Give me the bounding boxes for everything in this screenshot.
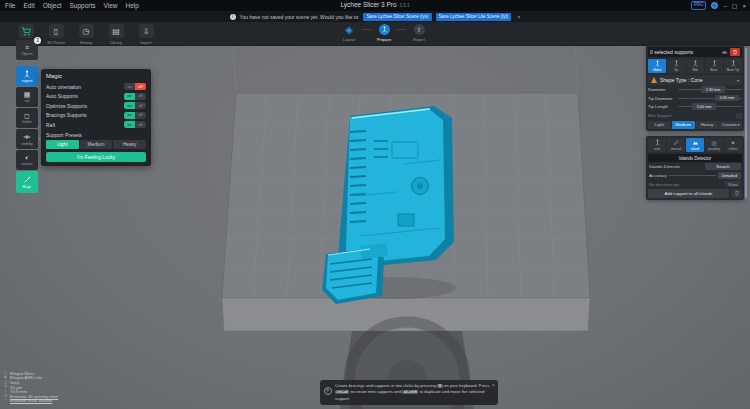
chevron-down-icon: ▾ — [738, 123, 740, 127]
save-lys-button[interactable]: Save Lychee Slicer Scene (lys) — [363, 13, 431, 21]
tab-tip[interactable]: Tip — [667, 59, 685, 73]
save-lyt-button[interactable]: Save Lychee Slicer Lite Scene (lyt) — [436, 13, 512, 21]
app-title: Lychee Slicer 3 Pro3.5.3 — [340, 1, 409, 8]
shape-type-dropdown[interactable]: Shape Type : Cone ▾ — [648, 75, 742, 85]
import-button[interactable]: ⇩ Import — [134, 24, 158, 45]
rail-visibility-button[interactable]: visibility ▸ — [16, 129, 38, 149]
show-button[interactable]: Show — [725, 181, 741, 187]
size-custom-button[interactable]: Custom▾ — [719, 121, 742, 130]
rail-raft-button[interactable]: ▦ raft — [16, 87, 38, 107]
preset-heavy-button[interactable]: Heavy — [113, 140, 146, 149]
step-prepare[interactable]: Prepare — [371, 24, 397, 42]
toggle-off[interactable]: off — [135, 102, 146, 109]
toggle-on[interactable]: on — [124, 102, 135, 109]
step-export[interactable]: ⇧ Export — [406, 24, 432, 42]
search-button[interactable]: Search — [705, 163, 741, 170]
tip-diameter-slider[interactable]: 0.60 mm — [678, 98, 742, 99]
trash-icon-button[interactable] — [731, 189, 742, 198]
notification-close-icon[interactable]: × — [517, 14, 520, 20]
size-light-button[interactable]: Light — [648, 121, 671, 130]
toggle-on[interactable]: on — [124, 83, 135, 90]
support-pin-icon — [23, 70, 31, 78]
eye-icon[interactable] — [721, 49, 728, 56]
feeling-lucky-button[interactable]: I'm Feeling Lucky — [46, 152, 146, 162]
printer-button[interactable]: ▯ 3D Printer — [44, 24, 68, 45]
menu-help[interactable]: Help — [126, 2, 139, 9]
tool-auto[interactable]: auto — [648, 138, 666, 152]
rail-exterior-button[interactable]: ◐ exterior — [16, 150, 38, 170]
auto-orientation-toggle[interactable]: on off — [124, 83, 146, 90]
delete-supports-button[interactable] — [730, 48, 740, 56]
maximize-button[interactable]: ▢ — [732, 3, 738, 9]
tab-mid[interactable]: Mid — [686, 59, 704, 73]
step-label: Prepare — [377, 37, 391, 42]
menu-supports[interactable]: Supports — [69, 2, 95, 9]
print-stats: ▯ Elegoo Mars ◈ Elegoo ABS-Like ◻ Grey ≡… — [3, 371, 58, 403]
add-support-all-islands-button[interactable]: Add support to all islands — [648, 189, 729, 198]
magic-row-label: Optimize Supports — [46, 103, 87, 109]
tool-manual[interactable]: manual — [667, 138, 685, 152]
raft-toggle[interactable]: on off — [124, 121, 146, 128]
auto-supports-toggle[interactable]: on off — [124, 93, 146, 100]
close-button[interactable]: × — [742, 3, 746, 9]
toggle-on[interactable]: on — [124, 121, 135, 128]
step-label: Export — [413, 37, 425, 42]
tab-label: Global — [653, 68, 662, 72]
rail-hollow-button[interactable]: ◻ hollow — [16, 108, 38, 128]
toggle-on[interactable]: on — [124, 112, 135, 119]
tip-diameter-value[interactable]: 0.60 mm — [715, 95, 739, 102]
rail-magic-button[interactable]: Magic — [16, 171, 38, 193]
menu-object[interactable]: Object — [43, 2, 62, 9]
library-button[interactable]: ▤ Library — [104, 24, 128, 45]
shape-type-value: Shape Type : Cone — [660, 77, 734, 83]
size-medium-button[interactable]: Medium — [672, 121, 695, 130]
diameter-slider[interactable]: 1.30 mm — [678, 89, 742, 90]
support-mode-tabs: auto manual island ◎ proximity ✦ utiliti… — [648, 138, 742, 152]
tip-length-slider[interactable]: 5.00 mm — [678, 106, 742, 107]
history-button[interactable]: ◷ History — [74, 24, 98, 45]
support-size-segment: Light Medium Heavy Custom▾ — [648, 121, 742, 130]
tool-proximity[interactable]: ◎ proximity — [705, 138, 723, 152]
objects-button[interactable]: ≡ Objects 3 — [16, 40, 38, 60]
preset-medium-button[interactable]: Medium — [80, 140, 113, 149]
left-tool-rail: support ▦ raft ◻ hollow visibility ▸ ◐ e… — [16, 66, 38, 193]
tab-global[interactable]: Global — [648, 59, 666, 73]
optimize-supports-toggle[interactable]: on off — [124, 102, 146, 109]
toggle-off[interactable]: off — [135, 121, 146, 128]
diameter-value[interactable]: 1.30 mm — [701, 86, 725, 93]
preset-light-button[interactable]: Light — [46, 140, 79, 149]
estimate-resin-volume-link[interactable]: Estimate resin volume — [10, 398, 52, 403]
size-heavy-button[interactable]: Heavy — [696, 121, 719, 130]
rail-label: Magic — [23, 185, 32, 189]
minimize-button[interactable]: – — [723, 3, 726, 9]
user-account-icon[interactable] — [711, 2, 718, 9]
cart-icon — [19, 24, 34, 38]
toggle-off[interactable]: off — [135, 83, 146, 90]
tool-label: History — [80, 40, 92, 45]
magic-row-label: Auto orientation — [46, 84, 81, 90]
accuracy-detailed-button[interactable]: Detailed — [718, 172, 741, 179]
magic-panel-title: Magic — [46, 73, 146, 79]
tool-label: Library — [110, 40, 122, 45]
mini-support-toggle[interactable] — [736, 113, 742, 119]
rail-support-button[interactable]: support — [16, 66, 38, 86]
tool-utilities[interactable]: ✦ utilities — [724, 138, 742, 152]
tab-base-tip[interactable]: Base Tip — [724, 59, 742, 73]
bracings-supports-toggle[interactable]: on off — [124, 112, 146, 119]
tab-base[interactable]: Base — [705, 59, 723, 73]
tooltip-close-icon[interactable]: × — [492, 382, 495, 388]
menu-edit[interactable]: Edit — [23, 2, 34, 9]
cone-icon — [651, 77, 657, 83]
menu-view[interactable]: View — [104, 2, 118, 9]
toggle-off[interactable]: off — [135, 112, 146, 119]
panel-scrollbar[interactable] — [745, 48, 747, 198]
step-layout[interactable]: ◈ Layout — [336, 24, 362, 42]
tool-island[interactable]: island — [686, 138, 704, 152]
toggle-on[interactable]: on — [124, 93, 135, 100]
magic-row-auto-supports: Auto Supports on off — [46, 92, 146, 102]
menu-file[interactable]: File — [5, 2, 15, 9]
tip-length-value[interactable]: 5.00 mm — [692, 103, 716, 110]
toggle-off[interactable]: off — [135, 93, 146, 100]
visibility-eye-icon — [23, 133, 31, 141]
tooltip-segment: on your keyboard. Press — [444, 383, 489, 388]
